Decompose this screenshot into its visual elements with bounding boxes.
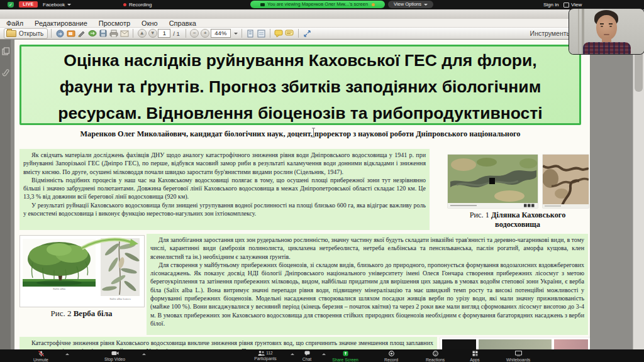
sign-in-button[interactable]: Sign in (543, 2, 558, 8)
figure1-caption-text: Ділянка Каховського водосховища (489, 211, 565, 229)
meeting-bottom-bar: Unmute Stop Video 112 Participants Chat … (0, 349, 644, 362)
poster-text-block-1: Як свідчать матеріали досліджень фахівці… (19, 149, 430, 230)
stop-video-label: Stop Video (91, 357, 138, 361)
zoom-dropdown-button[interactable] (231, 29, 238, 38)
toolbar-separator (186, 29, 186, 38)
paragraph: Відмінність подібних процесів у наш час … (23, 176, 426, 201)
fullscreen-arrows-icon[interactable] (302, 29, 313, 38)
chat-label: Chat (293, 357, 321, 361)
figure1-satellite-image-right (543, 155, 589, 208)
previous-page-button[interactable]: ▲ (136, 29, 147, 38)
open-button[interactable]: Открыть (4, 28, 48, 39)
highlight-comment-icon[interactable] (284, 29, 295, 38)
figure2-arrow-icon (78, 236, 142, 252)
single-page-view-icon[interactable] (245, 29, 256, 38)
comment-bubble-icon[interactable] (274, 29, 284, 38)
participants-people-icon (258, 351, 265, 356)
page-number-input[interactable]: 1 (158, 29, 170, 38)
send-sign-icon[interactable] (87, 29, 97, 38)
toolbar-separator (133, 29, 133, 38)
menu-window[interactable]: Окно (142, 19, 158, 27)
menu-view[interactable]: Просмотр (99, 19, 130, 27)
vertical-scrollbar[interactable] (633, 40, 644, 349)
unmute-button[interactable]: Unmute (19, 351, 63, 362)
viewing-banner-text: You are viewing Маренков Олег Мик...'s s… (267, 1, 368, 7)
microphone-muted-icon (38, 351, 44, 356)
scrolling-view-icon[interactable] (256, 29, 267, 38)
figure1-caption: Рис. 1 Ділянка Каховського водосховища (455, 211, 580, 229)
live-facebook-dropdown[interactable]: Facebook (43, 2, 71, 8)
print-icon[interactable] (108, 29, 119, 38)
poster-title-line: фауни та ґрунтів. Прогноз збитків заподі… (21, 74, 579, 100)
open-folder-icon (6, 30, 16, 37)
background-door-frame (578, 9, 579, 54)
paragraph: Катастрофічне зниження рівня Каховського… (23, 339, 433, 349)
view-button[interactable]: View (564, 2, 582, 8)
stop-video-button[interactable]: Stop Video (91, 351, 138, 361)
reactions-label: Reactions (416, 358, 454, 362)
sign-pen-icon[interactable] (76, 29, 87, 38)
view-options-button[interactable]: View Options (388, 1, 433, 8)
chevron-down-icon (67, 4, 71, 6)
poster-title-box: Оцінка наслідків руйнування Каховської Г… (19, 45, 581, 125)
view-layout-icon (564, 3, 569, 8)
apps-grid-icon (472, 351, 478, 356)
window-title-bar: Постер Каховка (Маренков).pdf - Adobe Re… (0, 9, 644, 19)
menu-file[interactable]: Файл (6, 19, 23, 27)
zoom-out-button[interactable]: − (189, 29, 200, 38)
participants-button[interactable]: 112 Participants (242, 351, 289, 361)
figure2-caption: Рис. 2 Верба біла (19, 309, 143, 319)
zoom-in-button[interactable]: + (200, 29, 211, 38)
page-thumbnails-icon[interactable] (2, 47, 9, 55)
figure1-caption-label: Рис. 1 (470, 211, 489, 219)
share-screen-button[interactable]: Share Screen (325, 351, 366, 362)
figure2-caption-label: Рис. 2 (50, 309, 71, 318)
save-icon[interactable] (97, 29, 108, 38)
salix-alba-label: Salix alba (23, 287, 96, 290)
view-options-label: View Options (394, 1, 421, 7)
chevron-down-icon (424, 4, 428, 6)
toolbar-separator (242, 29, 242, 38)
whiteboard-icon (515, 351, 522, 356)
toolbar-separator (51, 29, 52, 38)
open-label: Открыть (19, 30, 43, 37)
chevron-up-icon[interactable] (65, 353, 69, 355)
participants-count: 112 (266, 351, 272, 355)
text-cursor (311, 128, 316, 138)
record-label: Record (375, 358, 408, 362)
attachments-paperclip-icon[interactable] (2, 68, 9, 77)
record-button[interactable]: Record (375, 351, 408, 362)
share-file-icon[interactable] (55, 29, 65, 38)
page-total-label: / 1 (173, 30, 180, 37)
figure1-satellite-image-left (448, 155, 538, 208)
next-page-button[interactable]: ▼ (147, 29, 158, 38)
apps-label: Apps (459, 358, 491, 362)
webcam-video[interactable] (569, 9, 644, 54)
video-camera-icon (111, 351, 119, 356)
zoom-level-input[interactable]: 44% (211, 29, 231, 38)
paragraph: Для створення у майбутньому прибережних … (150, 261, 584, 327)
share-screen-icon (343, 351, 348, 356)
reader-toolbar: Открыть ▲ ▼ 1 / 1 − + 44% Инструменты За… (0, 28, 644, 40)
apps-button[interactable]: Apps (459, 351, 491, 362)
salix-alba-leaves-label: Salix alba leaves (99, 297, 141, 300)
chevron-up-icon[interactable] (142, 353, 146, 355)
menu-help[interactable]: Справка (169, 19, 196, 27)
export-pdf-icon[interactable] (65, 29, 76, 38)
pdf-page: Оцінка наслідків руйнування Каховської Г… (14, 40, 590, 349)
paragraph: У результаті руйнації Каховського водосх… (23, 201, 426, 218)
figure3-photo-dark (442, 339, 476, 350)
email-icon[interactable] (119, 29, 130, 38)
whiteboards-button[interactable]: Whiteboards (496, 351, 541, 362)
reactions-button[interactable]: Reactions (416, 351, 454, 362)
person-plaid-shirt (583, 42, 631, 54)
share-screen-label: Share Screen (325, 358, 366, 362)
recording-dot-icon (123, 3, 126, 6)
paragraph: Для запобігання заростання цих зон рудер… (150, 236, 584, 261)
status-dot-icon (372, 3, 375, 6)
recording-label: Recording (129, 2, 152, 8)
chat-button[interactable]: Chat (293, 351, 321, 361)
screen-icon (260, 3, 265, 6)
menu-edit[interactable]: Редактирование (35, 19, 87, 27)
chat-bubble-icon (304, 351, 310, 356)
